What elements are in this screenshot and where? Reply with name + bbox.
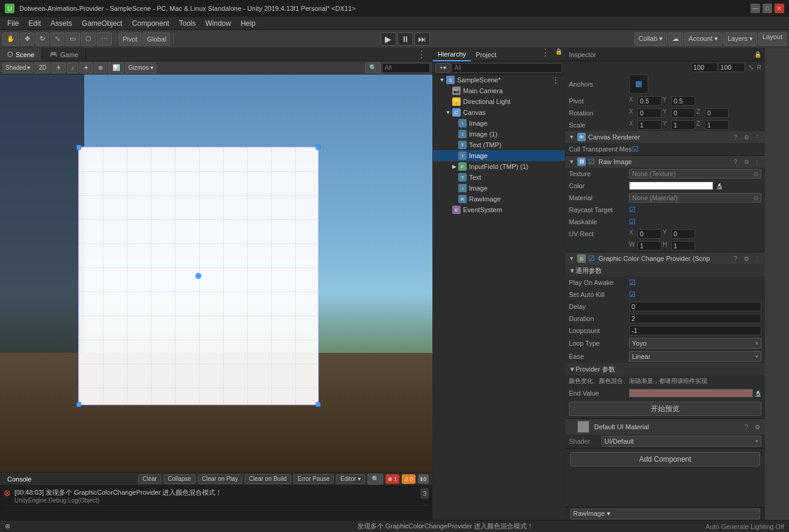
menu-edit[interactable]: Edit	[23, 18, 46, 29]
rotation-y[interactable]	[671, 108, 695, 118]
material-select-btn[interactable]: ⊙	[754, 195, 758, 201]
raw-image-help[interactable]: ?	[731, 159, 740, 165]
tree-item-inputfield[interactable]: ▶ F InputField (TMP) (1)	[433, 161, 565, 172]
delay-input[interactable]	[629, 302, 761, 311]
ease-dropdown[interactable]: Linear ▾	[629, 351, 761, 362]
loop-type-dropdown[interactable]: Yoyo ▾	[629, 338, 761, 349]
hierarchy-add-btn[interactable]: +▾	[435, 63, 450, 73]
handle-bottom-right[interactable]	[316, 402, 321, 407]
uvrect-y[interactable]	[671, 229, 695, 239]
raw-image-enabled[interactable]: ☑	[588, 157, 595, 166]
menu-tools[interactable]: Tools	[174, 18, 200, 29]
nav-toggle[interactable]: ⊕	[94, 63, 107, 73]
width-input[interactable]	[691, 63, 718, 72]
rotate-tool[interactable]: ↻	[35, 32, 49, 46]
pivot-button[interactable]: Pivot	[118, 32, 141, 46]
scene-view[interactable]	[0, 75, 432, 472]
pivot-x[interactable]	[637, 96, 662, 106]
height-input[interactable]	[718, 63, 745, 72]
handle-top-right[interactable]	[316, 145, 321, 150]
raw-image-header[interactable]: ▼ 🖼 ☑ Raw Image ? ⚙ ⋮	[565, 156, 765, 168]
cloud-button[interactable]: ☁	[668, 32, 683, 46]
default-ui-settings[interactable]: ⚙	[753, 424, 761, 430]
loopcount-input[interactable]	[629, 326, 761, 335]
canvas-renderer-help[interactable]: ?	[731, 134, 740, 141]
collapse-button[interactable]: Collapse	[164, 474, 195, 484]
duration-input[interactable]	[629, 314, 761, 323]
minimize-button[interactable]: —	[751, 4, 760, 13]
tab-project[interactable]: Project	[471, 48, 501, 61]
canvas-renderer-header[interactable]: ▼ 👁 Canvas Renderer ? ⚙ ⋮	[565, 131, 765, 143]
graphic-color-settings[interactable]: ⚙	[742, 255, 751, 262]
default-ui-help[interactable]: ?	[742, 424, 751, 430]
editor-dropdown[interactable]: Editor ▾	[336, 474, 365, 484]
rotation-z[interactable]	[705, 108, 729, 118]
raw-image-settings[interactable]: ⚙	[742, 159, 751, 165]
play-button[interactable]: ▶	[381, 32, 396, 46]
play-on-awake-checkbox[interactable]: ☑	[629, 278, 636, 287]
custom-tool[interactable]: ⋯	[97, 32, 112, 46]
raycast-checkbox[interactable]: ☑	[629, 206, 636, 214]
uvrect-h[interactable]	[671, 241, 695, 251]
collab-button[interactable]: Collab ▾	[634, 32, 667, 46]
tree-item-image2[interactable]: I Image (1)	[433, 129, 565, 139]
inspector-lock-icon[interactable]: 🔒	[754, 51, 761, 58]
tree-item-directionallight[interactable]: 💡 Directional Light	[433, 96, 565, 107]
tree-item-rawimage[interactable]: R RawImage	[433, 194, 565, 204]
pause-button[interactable]: ⏸	[398, 32, 413, 46]
hierarchy-lock-icon[interactable]: 🔒	[553, 48, 565, 61]
color-swatch[interactable]	[629, 182, 713, 190]
color-eyedropper[interactable]: 🔬	[716, 183, 723, 189]
menu-window[interactable]: Window	[200, 18, 236, 29]
tree-item-text[interactable]: T Text	[433, 172, 565, 183]
console-tab[interactable]: Console	[4, 475, 35, 483]
layout-button[interactable]: Layout	[758, 32, 787, 46]
tree-item-canvas[interactable]: ▼ C Canvas	[433, 107, 565, 118]
menu-file[interactable]: File	[2, 18, 23, 29]
texture-field[interactable]: None (Texture) ⊙	[629, 169, 761, 179]
tree-item-texttmp[interactable]: T Text (TMP)	[433, 139, 565, 150]
menu-component[interactable]: Component	[127, 18, 174, 29]
uvrect-x[interactable]	[637, 229, 662, 239]
canvas-renderer-settings[interactable]: ⚙	[742, 134, 751, 141]
close-button[interactable]: ✕	[775, 4, 784, 13]
graphic-color-header[interactable]: ▼ S ☑ Graphic Color Change Provider (Scr…	[565, 252, 765, 264]
preview-button[interactable]: 开始预览	[569, 402, 761, 416]
end-value-eyedropper[interactable]: 🔬	[754, 390, 761, 397]
cull-transparent-checkbox[interactable]: ☑	[632, 145, 639, 153]
default-ui-material-header[interactable]: Default UI Material ? ⚙	[565, 419, 765, 435]
shader-dropdown[interactable]: UI/Default ▾	[601, 436, 761, 447]
error-pause-button[interactable]: Error Pause	[293, 474, 334, 484]
gizmos-dropdown[interactable]: Gizmos ▾	[125, 63, 156, 73]
handle-bottom-left[interactable]	[76, 402, 81, 407]
tab-hierarchy[interactable]: Hierarchy	[433, 48, 471, 61]
set-auto-kill-checkbox[interactable]: ☑	[629, 290, 636, 299]
stats-toggle[interactable]: 📊	[108, 63, 124, 73]
effects-toggle[interactable]: ✦	[79, 63, 93, 73]
rawimage-bottom-dropdown[interactable]: RawImage ▾	[570, 509, 760, 519]
graphic-color-help[interactable]: ?	[731, 255, 740, 262]
light-toggle[interactable]: ☀	[52, 63, 66, 73]
scale-x[interactable]	[637, 120, 662, 130]
hierarchy-more-btn[interactable]: ⋮	[538, 48, 553, 61]
menu-assets[interactable]: Assets	[46, 18, 77, 29]
end-value-swatch[interactable]	[629, 389, 753, 397]
menu-help[interactable]: Help	[236, 18, 260, 29]
rotation-x[interactable]	[637, 108, 662, 118]
menu-gameobject[interactable]: GameObject	[77, 18, 127, 29]
canvas-renderer-menu[interactable]: ⋮	[753, 134, 761, 141]
graphic-color-menu[interactable]: ⋮	[753, 255, 761, 262]
pivot-y[interactable]	[671, 96, 695, 106]
global-button[interactable]: Global	[143, 32, 170, 46]
material-field[interactable]: None (Material) ⊙	[629, 193, 761, 203]
step-button[interactable]: ⏭	[414, 32, 430, 46]
shaded-dropdown[interactable]: Shaded ▾	[2, 63, 33, 73]
tree-item-image3[interactable]: I Image	[433, 150, 565, 161]
add-component-button[interactable]: Add Component	[570, 452, 760, 466]
scale-z[interactable]	[705, 120, 729, 130]
search-icon[interactable]: 🔍	[365, 63, 381, 73]
move-tool[interactable]: ✥	[20, 32, 34, 46]
tab-game[interactable]: 🎮 Game	[42, 48, 86, 61]
maskable-checkbox[interactable]: ☑	[629, 218, 636, 226]
handle-top-left[interactable]	[76, 145, 81, 150]
